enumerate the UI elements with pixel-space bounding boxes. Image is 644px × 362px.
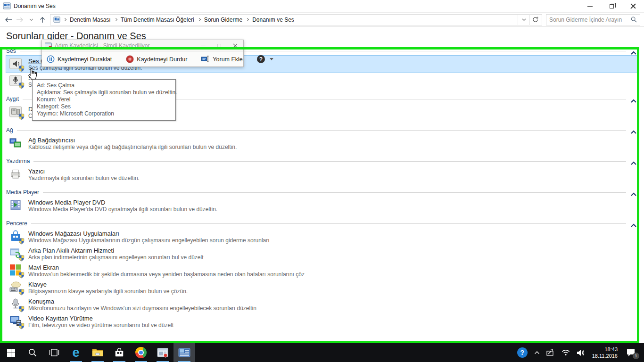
taskbar-search-button[interactable] bbox=[22, 343, 43, 362]
add-comment-button[interactable]: Yorum Ekle bbox=[201, 56, 242, 63]
recent-pages-button[interactable] bbox=[25, 14, 37, 25]
troubleshooter-item[interactable]: Arka Plan Akıllı Aktarım HizmetiArka pla… bbox=[6, 245, 637, 262]
restore-button[interactable] bbox=[601, 0, 622, 12]
steps-recorder-title: Adım Kaydedicisi - Şimdi Kaydediliyor bbox=[55, 42, 195, 49]
section-divider bbox=[33, 161, 626, 162]
breadcrumb-item[interactable]: Sorun Giderme bbox=[202, 16, 244, 23]
breadcrumb-item[interactable]: Denetim Masası bbox=[68, 16, 113, 23]
collapse-section-icon[interactable] bbox=[631, 49, 636, 53]
troubleshooter-item[interactable]: Mavi EkranWindows'un beklenmedik bir şek… bbox=[6, 262, 637, 279]
section-header: Media Player bbox=[6, 188, 637, 197]
troubleshooter-link[interactable]: Konuşma bbox=[28, 298, 256, 305]
troubleshooter-item[interactable]: Windows Mağazası UygulamalarıWindows Mağ… bbox=[6, 228, 637, 245]
taskbar-file-explorer-button[interactable] bbox=[87, 343, 108, 362]
chevron-down-icon bbox=[522, 18, 526, 21]
breadcrumb-separator-icon bbox=[246, 18, 249, 21]
troubleshooter-link[interactable]: Arka Plan Akıllı Aktarım Hizmeti bbox=[28, 247, 204, 254]
troubleshooter-item[interactable]: Ağ BağdaştırıcısıKablosuz iletişimle vey… bbox=[6, 135, 637, 152]
store-icon bbox=[114, 347, 124, 358]
start-button[interactable] bbox=[0, 343, 22, 362]
collapse-section-icon[interactable] bbox=[631, 128, 636, 132]
printer-icon bbox=[9, 167, 23, 181]
troubleshooter-item[interactable]: Video Kayıttan YürütmeFilm, televizyon v… bbox=[6, 313, 637, 330]
windows-start-icon bbox=[7, 349, 15, 357]
search-box bbox=[546, 14, 640, 25]
taskbar-store-button[interactable] bbox=[108, 343, 130, 362]
breadcrumb-separator-icon bbox=[63, 18, 66, 21]
media-icon bbox=[9, 198, 23, 213]
speaker-icon bbox=[9, 57, 23, 71]
tooltip-line: Açıklama: Ses çalmayla ilgili sorunları … bbox=[37, 89, 171, 96]
input-indicator-tray-icon[interactable] bbox=[543, 343, 558, 362]
search-icon bbox=[28, 348, 37, 357]
titlebar: Donanım ve Ses bbox=[0, 0, 644, 12]
maximize-icon bbox=[217, 44, 221, 48]
pause-recording-button[interactable]: Kaydetmeyi Duraklat bbox=[47, 55, 112, 63]
minimize-icon bbox=[587, 6, 593, 7]
troubleshooter-description: Arka plan indirmelerinin çalışmasını eng… bbox=[28, 254, 204, 261]
taskbar-clock[interactable]: 18:43 18.11.2016 bbox=[588, 346, 621, 359]
taskbar-steps-recorder-button[interactable] bbox=[152, 343, 173, 362]
troubleshooter-link[interactable]: Video Kayıttan Yürütme bbox=[28, 315, 173, 322]
refresh-button[interactable] bbox=[529, 14, 541, 25]
microphone-icon bbox=[9, 74, 23, 88]
section-label: Aygıt bbox=[6, 96, 19, 102]
troubleshooter-link[interactable]: Windows Media Player DVD bbox=[28, 199, 217, 206]
forward-button[interactable] bbox=[14, 14, 25, 25]
window-title: Donanım ve Ses bbox=[14, 3, 579, 9]
breadcrumb-item[interactable]: Donanım ve Ses bbox=[250, 16, 296, 23]
troubleshooter-link[interactable]: Mavi Ekran bbox=[28, 264, 305, 271]
troubleshooter-item[interactable]: YazıcıYazdırmayla ilgili sorunları bulun… bbox=[6, 166, 637, 183]
troubleshooting-help-tray-icon[interactable]: ? bbox=[514, 343, 531, 362]
troubleshooter-description: Windows Mağazası Uygulamalarının düzgün … bbox=[28, 237, 270, 244]
help-button[interactable]: ? bbox=[257, 55, 265, 63]
troubleshooter-description: Bilgisayarınızın klavye ayarlarıyla ilgi… bbox=[28, 288, 188, 295]
address-bar[interactable]: Denetim MasasıTüm Denetim Masası Öğeleri… bbox=[50, 14, 542, 25]
collapse-section-icon[interactable] bbox=[631, 97, 636, 101]
section-divider bbox=[31, 223, 626, 224]
troubleshooter-link[interactable]: Windows Mağazası Uygulamaları bbox=[28, 230, 270, 237]
taskbar-chrome-button[interactable] bbox=[130, 343, 152, 362]
section-header: Yazdırma bbox=[6, 156, 637, 166]
search-icon[interactable] bbox=[631, 16, 637, 23]
up-button[interactable] bbox=[37, 14, 48, 25]
troubleshooter-link[interactable]: Ağ Bağdaştırıcısı bbox=[28, 137, 237, 144]
close-icon bbox=[630, 3, 636, 9]
transfer-icon bbox=[9, 247, 23, 261]
troubleshoot-content: Sorunları gider - Donanım ve Ses SesSes … bbox=[0, 28, 644, 343]
tooltip-line: Kategori: Ses bbox=[37, 103, 171, 110]
minimize-icon bbox=[201, 46, 206, 46]
minimize-button[interactable] bbox=[579, 0, 601, 12]
collapse-section-icon[interactable] bbox=[631, 159, 636, 164]
recorder-close-button[interactable] bbox=[227, 40, 243, 51]
troubleshooter-link[interactable]: Klavye bbox=[28, 281, 188, 288]
tooltip-line: Ad: Ses Çalma bbox=[37, 82, 171, 89]
troubleshooter-description: Windows'un beklenmedik bir şekilde durma… bbox=[28, 271, 305, 278]
address-dropdown-button[interactable] bbox=[518, 14, 529, 25]
collapse-section-icon[interactable] bbox=[631, 190, 636, 195]
breadcrumb-item[interactable]: Tüm Denetim Masası Öğeleri bbox=[119, 16, 196, 23]
recorder-minimize-button[interactable] bbox=[195, 40, 211, 51]
taskbar-control-panel-button[interactable] bbox=[173, 343, 195, 362]
close-button[interactable] bbox=[622, 0, 644, 12]
help-dropdown-icon[interactable] bbox=[270, 58, 273, 60]
recorder-maximize-button[interactable] bbox=[211, 40, 227, 51]
task-view-button[interactable] bbox=[43, 343, 65, 362]
troubleshooter-item[interactable]: Windows Media Player DVDWindows Media Pl… bbox=[6, 197, 637, 214]
control-panel-icon bbox=[3, 2, 11, 10]
wifi-tray-icon[interactable] bbox=[558, 343, 573, 362]
collapse-section-icon[interactable] bbox=[631, 221, 636, 226]
action-center-button[interactable]: 1 bbox=[621, 343, 640, 362]
show-hidden-icons-button[interactable] bbox=[531, 343, 543, 362]
windows-logo-icon bbox=[9, 263, 23, 278]
volume-tray-icon[interactable] bbox=[573, 343, 588, 362]
taskbar-edge-button[interactable]: e bbox=[65, 343, 87, 362]
troubleshooter-description: Yazdırmayla ilgili sorunları bulun ve dü… bbox=[28, 175, 140, 181]
troubleshooter-item[interactable]: KlavyeBilgisayarınızın klavye ayarlarıyl… bbox=[6, 279, 637, 296]
navigation-bar: Denetim MasasıTüm Denetim Masası Öğeleri… bbox=[0, 12, 644, 27]
troubleshooter-link[interactable]: Yazıcı bbox=[28, 168, 140, 175]
stop-recording-button[interactable]: Kaydetmeyi Durdur bbox=[126, 55, 187, 63]
search-input[interactable] bbox=[549, 16, 631, 23]
troubleshooter-item[interactable]: KonuşmaMikrofonunuzu hazırlayın ve Windo… bbox=[6, 296, 637, 313]
back-button[interactable] bbox=[3, 14, 14, 25]
